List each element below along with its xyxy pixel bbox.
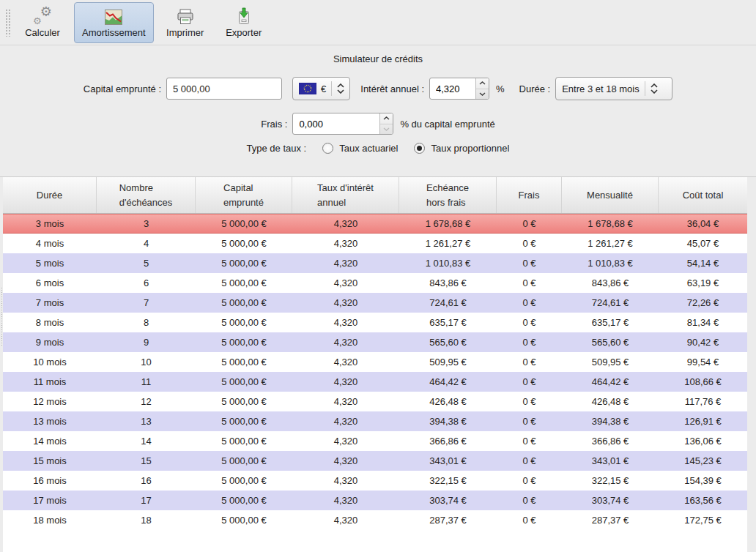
table-cell: 4 — [97, 234, 196, 253]
table-cell: 90,42 € — [659, 332, 747, 352]
currency-select[interactable]: € — [292, 77, 350, 100]
amortization-table: DuréeNombred'échéancesCapitalempruntéTau… — [0, 177, 756, 552]
table-cell: 1 678,68 € — [399, 215, 497, 233]
fees-input[interactable] — [293, 113, 379, 134]
table-row[interactable]: 16 mois165 000,00 €4,320322,15 €0 €322,1… — [3, 471, 747, 491]
table-cell: 0 € — [497, 372, 562, 392]
fees-spinbox[interactable] — [292, 113, 393, 135]
duration-select[interactable]: Entre 3 et 18 mois — [555, 77, 672, 100]
column-header[interactable]: Coût total — [659, 177, 747, 213]
table-cell: 426,48 € — [399, 392, 497, 411]
table-cell: 0 € — [497, 411, 562, 431]
table-row[interactable]: 3 mois35 000,00 €4,3201 678,68 €0 €1 678… — [3, 214, 747, 234]
table-row[interactable]: 11 mois115 000,00 €4,320464,42 €0 €464,4… — [3, 372, 747, 392]
table-cell: 1 261,27 € — [562, 234, 659, 253]
table-cell: 9 — [97, 332, 196, 352]
spin-down-icon[interactable] — [476, 89, 489, 100]
table-cell: 287,37 € — [399, 510, 497, 530]
export-button[interactable]: Exporter — [217, 2, 271, 43]
table-row[interactable]: 12 mois125 000,00 €4,320426,48 €0 €426,4… — [3, 392, 747, 411]
table-row[interactable]: 4 mois45 000,00 €4,3201 261,27 €0 €1 261… — [3, 234, 747, 253]
table-cell: 117,76 € — [659, 392, 747, 411]
table-row[interactable]: 10 mois105 000,00 €4,320509,95 €0 €509,9… — [3, 352, 747, 372]
table-cell: 8 mois — [3, 313, 97, 332]
table-cell: 13 — [97, 411, 196, 431]
table-cell: 5 000,00 € — [196, 411, 292, 431]
table-cell: 509,95 € — [562, 352, 659, 372]
table-row[interactable]: 8 mois85 000,00 €4,320635,17 €0 €635,17 … — [3, 313, 747, 332]
table-cell: 136,06 € — [659, 431, 747, 451]
column-header[interactable]: Mensualité — [562, 177, 659, 213]
eu-flag-icon — [299, 83, 316, 94]
fees-unit: % du capital emprunté — [400, 119, 494, 130]
column-header[interactable]: Nombred'échéances — [97, 177, 196, 213]
spin-down-icon[interactable] — [380, 124, 393, 135]
table-cell: 509,95 € — [399, 352, 497, 372]
table-cell: 5 000,00 € — [196, 313, 292, 332]
table-cell: 154,39 € — [659, 471, 747, 491]
table-cell: 0 € — [497, 273, 562, 293]
calculate-button[interactable]: ⚙⚙ Calculer — [15, 2, 70, 43]
table-cell: 464,42 € — [399, 372, 497, 392]
print-button[interactable]: Imprimer — [158, 2, 212, 43]
table-cell: 7 mois — [3, 293, 97, 313]
table-cell: 343,01 € — [562, 451, 659, 471]
table-cell: 4,320 — [292, 273, 399, 293]
radio-icon[interactable] — [414, 143, 425, 154]
interest-spinbox[interactable] — [429, 78, 489, 100]
table-cell: 5 000,00 € — [196, 352, 292, 372]
interest-input[interactable] — [430, 78, 475, 99]
column-header[interactable]: Durée — [3, 177, 97, 213]
gears-icon: ⚙⚙ — [33, 7, 52, 25]
table-cell: 343,01 € — [399, 451, 497, 471]
table-cell: 172,75 € — [659, 510, 747, 530]
table-row[interactable]: 6 mois65 000,00 €4,320843,86 €0 €843,86 … — [3, 273, 747, 293]
table-header: DuréeNombred'échéancesCapitalempruntéTau… — [3, 177, 747, 214]
table-cell: 5 000,00 € — [196, 215, 292, 233]
table-cell: 1 261,27 € — [399, 234, 497, 253]
table-row[interactable]: 5 mois55 000,00 €4,3201 010,83 €0 €1 010… — [3, 253, 747, 273]
table-cell: 635,17 € — [399, 313, 497, 332]
table-cell: 4,320 — [292, 491, 399, 510]
radio-taux-proportionnel[interactable]: Taux proportionnel — [414, 143, 509, 154]
table-cell: 1 010,83 € — [562, 253, 659, 273]
toolbar-drag-handle[interactable] — [5, 9, 12, 37]
capital-label: Capital emprunté : — [84, 83, 161, 94]
radio-icon[interactable] — [322, 143, 333, 154]
radio-label: Taux actuariel — [339, 143, 398, 154]
table-cell: 303,74 € — [562, 491, 659, 510]
table-row[interactable]: 9 mois95 000,00 €4,320565,60 €0 €565,60 … — [3, 332, 747, 352]
column-header[interactable]: Taux d'intérêtannuel — [292, 177, 399, 213]
calculate-button-label: Calculer — [25, 27, 60, 38]
table-row[interactable]: 7 mois75 000,00 €4,320724,61 €0 €724,61 … — [3, 293, 747, 313]
spin-up-icon[interactable] — [380, 113, 393, 124]
table-body: 3 mois35 000,00 €4,3201 678,68 €0 €1 678… — [3, 214, 747, 552]
amortization-button[interactable]: Amortissement — [74, 2, 154, 43]
table-cell: 8 — [97, 313, 196, 332]
table-cell: 635,17 € — [562, 313, 659, 332]
table-row[interactable]: 15 mois155 000,00 €4,320343,01 €0 €343,0… — [3, 451, 747, 471]
column-header[interactable]: Frais — [497, 177, 562, 213]
column-header[interactable]: Capitalemprunté — [196, 177, 292, 213]
table-cell: 4,320 — [292, 510, 399, 530]
table-cell: 145,23 € — [659, 451, 747, 471]
table-row[interactable]: 17 mois175 000,00 €4,320303,74 €0 €303,7… — [3, 491, 747, 510]
radio-taux-actuariel[interactable]: Taux actuariel — [322, 143, 398, 154]
column-header[interactable]: Echéancehors frais — [399, 177, 497, 213]
table-row[interactable]: 13 mois135 000,00 €4,320394,38 €0 €394,3… — [3, 411, 747, 431]
table-cell: 0 € — [497, 352, 562, 372]
table-row[interactable]: 14 mois145 000,00 €4,320366,86 €0 €366,8… — [3, 431, 747, 451]
table-cell: 0 € — [497, 215, 562, 233]
chevron-up-down-icon — [651, 83, 658, 94]
table-cell: 4,320 — [292, 451, 399, 471]
table-cell: 394,38 € — [399, 411, 497, 431]
capital-input[interactable] — [166, 78, 282, 100]
table-cell: 6 — [97, 273, 196, 293]
table-row[interactable]: 18 mois185 000,00 €4,320287,37 €0 €287,3… — [3, 510, 747, 530]
table-cell: 12 — [97, 392, 196, 411]
spin-up-icon[interactable] — [476, 78, 489, 89]
table-cell: 18 — [97, 510, 196, 530]
duration-label: Durée : — [519, 83, 551, 94]
table-cell: 54,14 € — [659, 253, 747, 273]
duration-value: Entre 3 et 18 mois — [562, 83, 640, 94]
